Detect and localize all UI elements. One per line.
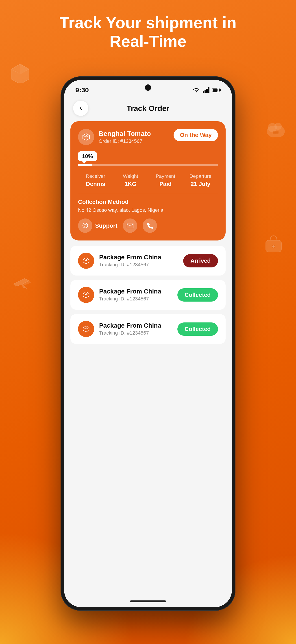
- box-icon: [82, 133, 90, 141]
- support-row: Support: [78, 218, 218, 233]
- support-email-icon[interactable]: [123, 218, 137, 233]
- weight-label: Weight: [113, 173, 148, 179]
- svg-rect-12: [204, 90, 206, 93]
- card-header: Benghal Tomato Order ID: #1234567 On the…: [78, 129, 218, 145]
- decorative-bag-icon: [264, 234, 284, 254]
- shipment-card: Benghal Tomato Order ID: #1234567 On the…: [70, 121, 226, 240]
- pkg-icon-2: [78, 287, 94, 303]
- camera-notch: [145, 84, 151, 91]
- pkg-left-3: Package From China Tracking ID: #1234567: [78, 321, 161, 337]
- pkg-box-icon-3: [83, 325, 90, 332]
- svg-point-10: [196, 92, 197, 92]
- product-name: Benghal Tomato: [99, 130, 151, 138]
- support-chat-item: Support: [78, 218, 118, 233]
- progress-section: 10%: [78, 151, 218, 166]
- back-button[interactable]: [73, 100, 88, 116]
- progress-bar-fill: [78, 164, 92, 166]
- svg-rect-13: [206, 89, 208, 93]
- collection-method-title: Collection Method: [78, 198, 218, 206]
- card-title-row: Benghal Tomato Order ID: #1234567: [78, 129, 151, 145]
- pkg-tracking-1: Tracking ID: #1234567: [99, 262, 161, 268]
- package-item-2[interactable]: Package From China Tracking ID: #1234567…: [70, 280, 226, 310]
- receiver-label: Receiver: [78, 173, 113, 179]
- detail-payment: Payment Paid: [148, 173, 183, 188]
- order-id: Order ID: #1234567: [99, 138, 151, 144]
- phone-frame: 9:30: [61, 76, 235, 611]
- headline-line1: Track Your shipment in: [59, 14, 237, 32]
- headline-line2: Real-Time: [110, 32, 187, 50]
- progress-bar-background: [78, 164, 218, 166]
- pkg-tracking-2: Tracking ID: #1234567: [99, 296, 161, 302]
- product-info: Benghal Tomato Order ID: #1234567: [99, 130, 151, 144]
- back-chevron-icon: [78, 106, 83, 111]
- pkg-info-1: Package From China Tracking ID: #1234567: [99, 254, 161, 268]
- receiver-value: Dennis: [78, 180, 113, 188]
- svg-rect-14: [208, 87, 209, 93]
- shipment-details: Receiver Dennis Weight 1KG Payment Paid …: [78, 173, 218, 188]
- departure-label: Departure: [183, 173, 218, 179]
- pkg-tracking-3: Tracking ID: #1234567: [99, 330, 161, 336]
- detail-departure: Departure 21 July: [183, 173, 218, 188]
- signal-icon: [203, 87, 209, 93]
- pkg-box-icon-2: [83, 291, 90, 298]
- home-indicator: [130, 600, 166, 602]
- svg-rect-17: [220, 89, 221, 91]
- package-item-3[interactable]: Package From China Tracking ID: #1234567…: [70, 314, 226, 344]
- email-icon: [127, 223, 134, 228]
- pkg-name-1: Package From China: [99, 254, 161, 261]
- svg-point-2: [275, 122, 282, 130]
- support-phone-icon[interactable]: [143, 218, 157, 233]
- progress-tooltip: 10%: [78, 151, 97, 161]
- product-icon: [78, 129, 94, 145]
- card-divider: [78, 194, 218, 194]
- package-list: Package From China Tracking ID: #1234567…: [64, 246, 232, 344]
- payment-value: Paid: [148, 180, 183, 188]
- detail-weight: Weight 1KG: [113, 173, 148, 188]
- weight-value: 1KG: [113, 180, 148, 188]
- phone-mockup: 9:30: [61, 76, 235, 611]
- status-time: 9:30: [75, 86, 89, 94]
- payment-label: Payment: [148, 173, 183, 179]
- nav-title: Track Order: [88, 104, 208, 113]
- phone-icon: [147, 222, 153, 229]
- pkg-status-arrived: Arrived: [183, 254, 218, 268]
- status-badge: On the Way: [173, 129, 218, 141]
- svg-rect-19: [127, 223, 133, 228]
- departure-value: 21 July: [183, 180, 218, 188]
- page-headline: Track Your shipment in Real-Time: [0, 14, 296, 51]
- support-chat-icon[interactable]: [78, 218, 92, 233]
- pkg-icon-1: [78, 252, 94, 269]
- pkg-name-3: Package From China: [99, 322, 161, 329]
- status-icons: [192, 87, 221, 93]
- pkg-icon-3: [78, 321, 94, 337]
- decorative-cube-icon: [9, 63, 31, 83]
- detail-receiver: Receiver Dennis: [78, 173, 113, 188]
- decorative-plane-icon: [11, 274, 34, 292]
- svg-rect-16: [213, 88, 218, 92]
- pkg-status-collected-2: Collected: [177, 322, 218, 336]
- pkg-name-2: Package From China: [99, 288, 161, 295]
- pkg-left-1: Package From China Tracking ID: #1234567: [78, 252, 161, 269]
- battery-icon: [212, 88, 221, 92]
- pkg-info-2: Package From China Tracking ID: #1234567: [99, 288, 161, 302]
- pkg-info-3: Package From China Tracking ID: #1234567: [99, 322, 161, 336]
- chat-icon: [82, 222, 89, 229]
- top-navigation: Track Order: [64, 96, 232, 121]
- pkg-status-collected-1: Collected: [177, 288, 218, 302]
- wifi-icon: [192, 87, 200, 93]
- svg-rect-11: [203, 91, 204, 93]
- support-label: Support: [95, 222, 118, 229]
- package-item-1[interactable]: Package From China Tracking ID: #1234567…: [70, 246, 226, 276]
- pkg-box-icon-1: [83, 257, 90, 264]
- collection-address: No 42 Ososo way, alao, Lagos, Nigeria: [78, 207, 218, 213]
- svg-point-18: [83, 223, 88, 228]
- phone-screen: 9:30: [64, 80, 232, 607]
- decorative-cloud-icon: [265, 121, 287, 139]
- pkg-left-2: Package From China Tracking ID: #1234567: [78, 287, 161, 303]
